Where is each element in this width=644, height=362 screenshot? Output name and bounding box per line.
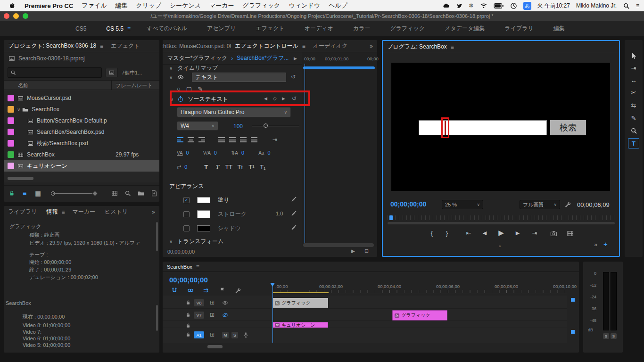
tab-libraries[interactable]: ライブラリ <box>8 208 37 216</box>
track-a1[interactable]: A1 ⊞ M S <box>163 329 567 341</box>
stroke-checkbox[interactable] <box>183 211 190 217</box>
panel-menu-icon[interactable]: ≡ <box>302 43 305 49</box>
align-right-icon[interactable] <box>198 137 205 142</box>
fx-row-text-layer[interactable]: ∨ テキスト ↺ <box>163 72 184 82</box>
font-style-dropdown[interactable]: W4 ∨ <box>177 121 218 131</box>
workspace-editing[interactable]: 編集 <box>553 25 565 33</box>
wifi-icon[interactable] <box>480 2 487 9</box>
tab-source-monitor[interactable]: chBox: MouseCursor.psd: 00;00;00;00 <box>163 43 231 49</box>
track-v8-badge[interactable]: V8 <box>194 299 204 306</box>
label-color-chip[interactable] <box>8 140 14 147</box>
workspace-all-panels[interactable]: すべてのパネル <box>147 25 187 33</box>
play-stop-button[interactable]: ▶ <box>495 229 507 237</box>
minimize-window-button[interactable] <box>13 13 19 19</box>
pen-tool[interactable]: ✎ <box>628 113 639 123</box>
zoom-tool[interactable] <box>628 125 639 136</box>
fx-hscrollbar[interactable] <box>303 243 374 247</box>
apple-menu[interactable] <box>5 2 20 9</box>
shadow-eyedropper-icon[interactable] <box>291 224 297 230</box>
justify-all-icon[interactable] <box>251 137 257 142</box>
solo-right-button[interactable]: S <box>611 333 617 339</box>
program-video-area[interactable]: 検索 <box>391 63 610 191</box>
info-scrollbar-thumb[interactable] <box>156 222 158 251</box>
selection-tool[interactable] <box>628 50 639 61</box>
timeline-vscroll-thumb[interactable] <box>571 298 575 302</box>
track-v6-clipped[interactable]: fx キュリオシーン <box>163 322 567 328</box>
more-tabs-icon[interactable]: » <box>152 209 155 215</box>
search-options-button[interactable] <box>106 68 118 77</box>
solo-left-button[interactable]: S <box>603 333 609 339</box>
panel-menu-icon[interactable]: ≡ <box>196 263 199 270</box>
new-bin-icon[interactable] <box>138 190 144 197</box>
program-timecode[interactable]: 00;00;00;00 <box>390 200 426 208</box>
timeline-timecode[interactable]: 00;00;00;00 <box>169 276 208 284</box>
menu-bar-clock[interactable]: 火 午前10:27 <box>537 2 570 10</box>
stroke-eyedropper-icon[interactable] <box>291 210 297 216</box>
razor-tool[interactable]: ✂ <box>628 87 639 98</box>
leading-value[interactable]: 0 <box>241 150 244 156</box>
twirl-open-icon[interactable]: ∨ <box>17 107 20 112</box>
comparison-view-icon[interactable]: ⊡ <box>364 248 369 254</box>
source-patch-icon[interactable]: ⊞ <box>210 299 215 306</box>
workspace-assembly[interactable]: アセンブリ <box>207 25 236 33</box>
label-color-chip[interactable] <box>8 106 14 113</box>
workspace-audio[interactable]: オーディオ <box>305 25 333 33</box>
justify-last-left-icon[interactable] <box>218 137 225 142</box>
workspace-libraries[interactable]: ライブラリ <box>504 25 533 33</box>
track-output-eye-off-icon[interactable] <box>222 312 228 318</box>
track-lock-icon[interactable] <box>185 300 191 305</box>
automate-to-sequence-icon[interactable] <box>111 190 118 197</box>
font-size-slider-handle[interactable] <box>264 123 268 128</box>
panel-menu-icon[interactable]: ≡ <box>100 43 103 49</box>
fill-color-swatch[interactable] <box>197 197 210 203</box>
layer-visibility-eye-icon[interactable] <box>177 74 184 81</box>
align-left-icon[interactable] <box>177 137 183 142</box>
text-direction-icon[interactable]: ⇥ <box>272 136 277 143</box>
go-to-out-button[interactable]: ⇥ <box>529 230 540 237</box>
step-back-button[interactable]: ◀ <box>479 230 490 236</box>
slip-tool[interactable]: ⇆ <box>628 100 639 110</box>
faux-bold-button[interactable]: T <box>200 164 212 171</box>
tracking-value[interactable]: 0 <box>186 150 189 156</box>
master-clip-label[interactable]: マスター*グラフィック <box>167 54 227 62</box>
tab-history[interactable]: ヒストリ <box>105 208 128 216</box>
zoom-slider-track[interactable] <box>53 193 92 194</box>
track-v8[interactable]: V8 ⊞ fx グラフィック <box>163 297 567 309</box>
nest-toggle-icon[interactable]: ⇉ <box>203 287 208 294</box>
close-window-button[interactable] <box>4 13 9 19</box>
track-lock-icon[interactable] <box>185 312 191 318</box>
menu-edit[interactable]: 編集 <box>111 1 132 10</box>
fx-row-time-remap[interactable]: ∨ タイムリマップ <box>163 65 218 71</box>
fx-zoom-scrollbar[interactable] <box>303 66 375 69</box>
find-icon[interactable] <box>124 190 131 197</box>
show-timeline-view-icon[interactable]: ▶ <box>294 56 297 61</box>
app-menu[interactable]: Premiere Pro CC <box>20 2 77 9</box>
tab-program[interactable]: プログラム: SearchBox <box>387 43 447 51</box>
clip-graphic-v8-selected[interactable]: fx グラフィック <box>272 298 328 308</box>
stroke-color-swatch[interactable] <box>197 210 210 218</box>
baseline-shift-value[interactable]: 0 <box>267 150 270 156</box>
fill-eyedropper-icon[interactable] <box>291 196 297 202</box>
align-center-icon[interactable] <box>188 137 194 142</box>
menu-graphics[interactable]: グラフィック <box>239 1 285 10</box>
subscript-button[interactable]: T₁ <box>257 164 268 171</box>
all-caps-button[interactable]: TT <box>223 164 234 171</box>
menu-clip[interactable]: クリップ <box>132 1 165 10</box>
timeline-hscrollbar-thumb[interactable] <box>207 345 223 348</box>
linked-selection-icon[interactable] <box>187 287 194 294</box>
column-divider[interactable] <box>111 81 112 90</box>
faux-italic-button[interactable]: T <box>212 163 223 171</box>
project-row-mousecursor[interactable]: MouseCursor.psd <box>4 92 159 104</box>
cloud-sync-icon[interactable] <box>442 2 450 9</box>
tsume-value[interactable]: 0 <box>184 164 187 170</box>
stroke-width-value[interactable]: 1.0 <box>276 211 283 216</box>
fan-icon[interactable]: ❄ <box>469 2 474 9</box>
workspace-cs5[interactable]: CS5 <box>75 25 86 32</box>
more-tabs-icon[interactable]: » <box>370 43 373 49</box>
track-v7-badge[interactable]: V7 <box>194 312 204 319</box>
small-caps-button[interactable]: Tt <box>234 164 246 171</box>
justify-last-center-icon[interactable] <box>229 137 236 142</box>
column-framerate[interactable]: フレームレート <box>116 82 152 89</box>
track-lock-icon[interactable] <box>185 332 191 337</box>
zoom-window-button[interactable] <box>23 13 28 19</box>
